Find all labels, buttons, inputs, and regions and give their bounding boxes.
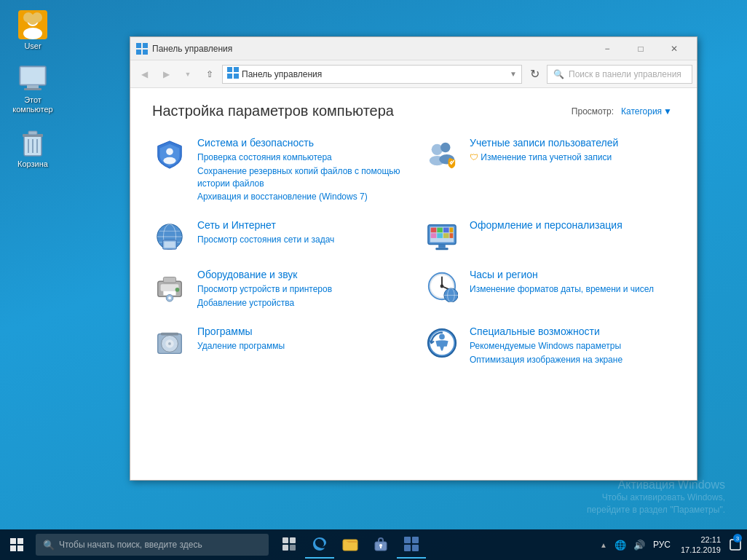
address-dropdown-icon[interactable]: ▼ bbox=[510, 70, 517, 78]
network-tray-icon[interactable]: 🌐 bbox=[612, 538, 628, 552]
desktop-icon-computer[interactable]: Этот компьютер bbox=[7, 61, 58, 117]
accessibility-link-1[interactable]: Рекомендуемые Windows параметры bbox=[470, 340, 622, 352]
svg-point-54 bbox=[175, 288, 180, 292]
search-box[interactable]: 🔍 Поиск в панели управления bbox=[547, 65, 692, 84]
appearance-icon bbox=[424, 219, 459, 254]
hardware-text: Оборудование и звук Просмотр устройств и… bbox=[197, 269, 332, 311]
svg-rect-22 bbox=[234, 67, 239, 72]
svg-rect-46 bbox=[443, 233, 449, 238]
desktop-icon-recycle[interactable]: Корзина bbox=[7, 125, 58, 172]
network-text: Сеть и Интернет Просмотр состояния сети … bbox=[197, 219, 334, 248]
appearance-name[interactable]: Оформление и персонализация bbox=[470, 219, 622, 231]
svg-point-5 bbox=[28, 15, 38, 25]
content-header: Настройка параметров компьютера Просмотр… bbox=[152, 103, 675, 119]
view-selector: Просмотр: Категория ▼ bbox=[572, 105, 675, 118]
clock-name[interactable]: Часы и регион bbox=[470, 269, 654, 280]
svg-rect-41 bbox=[437, 228, 443, 233]
title-bar: Панель управления − □ ✕ bbox=[130, 37, 697, 60]
taskbar-search[interactable]: 🔍 Чтобы начать поиск, введите здесь bbox=[36, 534, 269, 556]
clock-display[interactable]: 22:11 17.12.2019 bbox=[676, 535, 725, 556]
network-icon bbox=[152, 219, 187, 254]
network-link-1[interactable]: Просмотр состояния сети и задач bbox=[197, 234, 334, 246]
accessibility-link-2[interactable]: Оптимизация изображения на экране bbox=[470, 354, 622, 366]
close-button[interactable]: ✕ bbox=[657, 37, 691, 60]
minimize-button[interactable]: − bbox=[590, 37, 624, 60]
svg-point-29 bbox=[440, 143, 450, 152]
maximize-button[interactable]: □ bbox=[624, 37, 657, 60]
category-users: Учетные записи пользователей 🛡 Изменение… bbox=[424, 137, 675, 205]
category-network: Сеть и Интернет Просмотр состояния сети … bbox=[152, 219, 403, 254]
appearance-text: Оформление и персонализация bbox=[470, 219, 622, 234]
clock-link-1[interactable]: Изменение форматов даты, времени и чисел bbox=[470, 283, 654, 296]
desktop-icons: User Этот компьютер bbox=[7, 7, 58, 172]
content-title: Настройка параметров компьютера bbox=[152, 103, 394, 119]
tray-icons: ▲ 🌐 🔊 bbox=[598, 538, 647, 552]
computer-icon-label: Этот компьютер bbox=[12, 95, 52, 114]
clock-date: 17.12.2019 bbox=[681, 545, 721, 555]
security-link-2[interactable]: Сохранение резервных копий файлов с помо… bbox=[197, 165, 403, 190]
security-link-1[interactable]: Проверка состояния компьютера bbox=[197, 151, 403, 164]
svg-rect-40 bbox=[431, 228, 437, 233]
search-icon: 🔍 bbox=[553, 69, 564, 79]
svg-rect-45 bbox=[437, 233, 443, 238]
explorer-button[interactable] bbox=[336, 531, 365, 559]
svg-rect-49 bbox=[435, 248, 448, 250]
address-box[interactable]: Панель управления ▼ bbox=[222, 65, 522, 84]
window-controls: − □ ✕ bbox=[590, 37, 691, 60]
notification-button[interactable]: 3 bbox=[728, 529, 743, 560]
up-button[interactable]: ⇧ bbox=[200, 65, 219, 84]
hardware-name[interactable]: Оборудование и звук bbox=[197, 269, 332, 280]
taskbar-apps bbox=[272, 529, 429, 560]
svg-rect-44 bbox=[431, 233, 437, 238]
start-button[interactable] bbox=[0, 529, 33, 560]
desktop-icon-user[interactable]: User bbox=[7, 7, 58, 54]
svg-rect-43 bbox=[450, 228, 454, 233]
refresh-button[interactable]: ↻ bbox=[525, 65, 544, 84]
svg-rect-78 bbox=[290, 537, 296, 543]
programs-name[interactable]: Программы bbox=[197, 326, 285, 337]
svg-point-83 bbox=[379, 544, 382, 547]
svg-rect-80 bbox=[290, 545, 296, 551]
network-name[interactable]: Сеть и Интернет bbox=[197, 219, 334, 231]
svg-point-25 bbox=[166, 148, 173, 155]
svg-rect-76 bbox=[17, 545, 23, 551]
svg-rect-42 bbox=[443, 228, 449, 233]
svg-rect-18 bbox=[143, 43, 148, 48]
recent-locations-button[interactable]: ▼ bbox=[178, 65, 197, 84]
back-button[interactable]: ◀ bbox=[135, 65, 154, 84]
desktop: User Этот компьютер bbox=[0, 0, 747, 560]
hardware-link-2[interactable]: Добавление устройства bbox=[197, 297, 332, 309]
forward-button[interactable]: ▶ bbox=[157, 65, 175, 84]
security-link-3[interactable]: Архивация и восстановление (Windows 7) bbox=[197, 191, 403, 203]
store-button[interactable] bbox=[366, 531, 395, 559]
view-dropdown-arrow: ▼ bbox=[663, 106, 672, 117]
users-icon bbox=[424, 137, 459, 172]
task-view-button[interactable] bbox=[274, 531, 304, 559]
window-icon bbox=[136, 43, 148, 55]
controlpanel-taskbar-button[interactable] bbox=[397, 531, 426, 559]
category-accessibility: Специальные возможности Рекомендуемые Wi… bbox=[424, 326, 675, 368]
users-link-1[interactable]: 🛡 Изменение типа учетной записи bbox=[470, 151, 618, 164]
recycle-icon-label: Корзина bbox=[17, 159, 48, 169]
language-indicator[interactable]: РУС bbox=[650, 538, 673, 551]
security-icon bbox=[152, 137, 187, 172]
tray-arrow-icon[interactable]: ▲ bbox=[598, 540, 609, 551]
user-icon-label: User bbox=[24, 42, 41, 51]
security-name[interactable]: Система и безопасность bbox=[197, 137, 403, 149]
categories-grid: Система и безопасность Проверка состояни… bbox=[152, 137, 675, 367]
accessibility-name[interactable]: Специальные возможности bbox=[470, 326, 622, 337]
users-name[interactable]: Учетные записи пользователей bbox=[470, 137, 618, 149]
category-clock: Часы и регион Изменение форматов даты, в… bbox=[424, 269, 675, 311]
address-bar: ◀ ▶ ▼ ⇧ Панель управления ▼ ↻ 🔍 bbox=[130, 60, 697, 88]
hardware-link-1[interactable]: Просмотр устройств и принтеров bbox=[197, 283, 332, 296]
programs-link-1[interactable]: Удаление программы bbox=[197, 340, 285, 352]
edge-button[interactable] bbox=[305, 531, 334, 559]
volume-tray-icon[interactable]: 🔊 bbox=[631, 538, 647, 552]
content-area: Настройка параметров компьютера Просмотр… bbox=[130, 88, 697, 480]
taskbar-search-icon: 🔍 bbox=[43, 540, 55, 551]
recycle-icon bbox=[18, 128, 47, 157]
svg-rect-79 bbox=[282, 545, 288, 551]
svg-rect-24 bbox=[234, 74, 239, 79]
clock-text: Часы и регион Изменение форматов даты, в… bbox=[470, 269, 654, 297]
view-dropdown-button[interactable]: Категория ▼ bbox=[618, 105, 675, 118]
